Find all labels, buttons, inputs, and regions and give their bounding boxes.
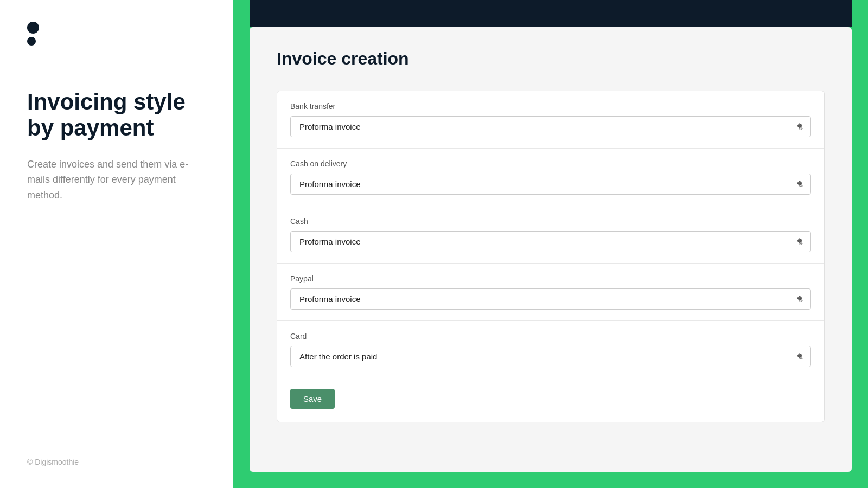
save-button[interactable]: Save xyxy=(290,389,335,409)
cash-on-delivery-select-wrapper: Proforma invoice Invoice After the order… xyxy=(290,174,811,195)
paypal-label: Paypal xyxy=(290,274,811,283)
sidebar-description: Create invoices and send them via e-mail… xyxy=(27,157,206,203)
bank-transfer-section: Bank transfer Proforma invoice Invoice A… xyxy=(277,91,824,149)
card-section: Card Proforma invoice Invoice After the … xyxy=(277,321,824,378)
paypal-section: Paypal Proforma invoice Invoice After th… xyxy=(277,264,824,321)
bank-transfer-label: Bank transfer xyxy=(290,102,811,111)
top-bar xyxy=(250,0,852,27)
logo-dot-small xyxy=(27,37,36,46)
bank-transfer-select-wrapper: Proforma invoice Invoice After the order… xyxy=(290,116,811,137)
cash-on-delivery-label: Cash on delivery xyxy=(290,159,811,168)
cash-label: Cash xyxy=(290,217,811,226)
paypal-select[interactable]: Proforma invoice Invoice After the order… xyxy=(290,288,811,310)
cash-section: Cash Proforma invoice Invoice After the … xyxy=(277,206,824,264)
cash-select-wrapper: Proforma invoice Invoice After the order… xyxy=(290,231,811,252)
sidebar: Invoicing style by payment Create invoic… xyxy=(0,0,233,488)
cash-on-delivery-select[interactable]: Proforma invoice Invoice After the order… xyxy=(290,174,811,195)
logo-dot-large xyxy=(27,22,39,34)
cash-on-delivery-section: Cash on delivery Proforma invoice Invoic… xyxy=(277,149,824,206)
paypal-select-wrapper: Proforma invoice Invoice After the order… xyxy=(290,288,811,310)
content-card: Invoice creation Bank transfer Proforma … xyxy=(250,27,852,472)
card-label: Card xyxy=(290,332,811,341)
invoice-form-card: Bank transfer Proforma invoice Invoice A… xyxy=(277,91,825,422)
sidebar-title: Invoicing style by payment xyxy=(27,89,206,142)
bank-transfer-select[interactable]: Proforma invoice Invoice After the order… xyxy=(290,116,811,137)
page-title: Invoice creation xyxy=(277,49,825,69)
sidebar-footer: © Digismoothie xyxy=(27,458,79,466)
card-select-wrapper: Proforma invoice Invoice After the order… xyxy=(290,346,811,367)
card-select[interactable]: Proforma invoice Invoice After the order… xyxy=(290,346,811,367)
main-area: Invoice creation Bank transfer Proforma … xyxy=(233,0,868,488)
logo xyxy=(27,22,206,46)
cash-select[interactable]: Proforma invoice Invoice After the order… xyxy=(290,231,811,252)
